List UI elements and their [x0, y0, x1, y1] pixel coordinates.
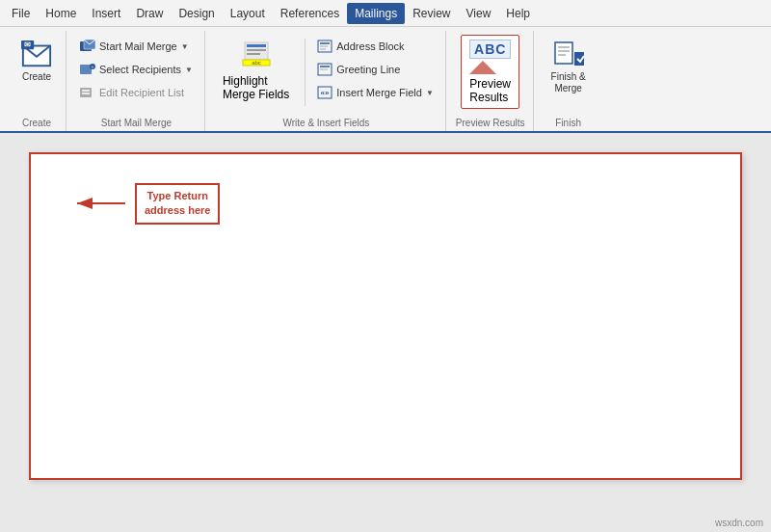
menu-review[interactable]: Review — [405, 3, 458, 24]
select-recipients-button[interactable]: + Select Recipients ▼ — [76, 60, 197, 79]
create-group-label: Create — [15, 115, 58, 131]
highlight-merge-fields-button[interactable]: abc HighlightMerge Fields — [215, 35, 297, 105]
ribbon-group-create: ✉ Create Create — [8, 31, 66, 131]
finish-merge-label: Finish &Merge — [551, 71, 586, 94]
svg-rect-27 — [555, 42, 572, 64]
start-merge-group-label: Start Mail Merge — [76, 115, 197, 131]
menu-insert[interactable]: Insert — [84, 3, 128, 24]
start-merge-dropdown-icon: ▼ — [181, 42, 189, 51]
preview-results-button[interactable]: ABC PreviewResults — [461, 35, 519, 109]
menu-mailings[interactable]: Mailings — [347, 3, 405, 24]
watermark: wsxdn.com — [715, 518, 763, 528]
ribbon-group-write-insert: abc HighlightMerge Fields — [207, 31, 446, 131]
edit-recipient-list-label: Edit Recipient List — [99, 87, 184, 98]
write-insert-group-label: Write & Insert Fields — [215, 115, 438, 131]
app-body: Type Return address here — [0, 133, 771, 532]
address-block-label: Address Block — [336, 40, 404, 52]
preview-group-label: Preview Results — [456, 115, 525, 131]
select-recipients-label: Select Recipients — [99, 64, 181, 75]
document-canvas[interactable]: Type Return address here — [29, 152, 742, 480]
menu-draw[interactable]: Draw — [128, 3, 171, 24]
finish-merge-icon — [553, 39, 584, 69]
menu-home[interactable]: Home — [38, 3, 84, 24]
envelope-icon: ✉ — [21, 39, 52, 69]
create-button[interactable]: ✉ Create — [15, 35, 58, 87]
ribbon-group-start-merge: Start Mail Merge ▼ + Select Recipients ▼ — [68, 31, 205, 131]
return-address-annotation: Type Return address here — [69, 183, 220, 225]
menu-bar: File Home Insert Draw Design Layout Refe… — [0, 0, 771, 27]
edit-recipient-list-button[interactable]: Edit Recipient List — [76, 83, 197, 102]
svg-rect-8 — [80, 88, 92, 97]
menu-file[interactable]: File — [4, 3, 38, 24]
svg-rect-13 — [247, 49, 266, 51]
start-merge-col: Start Mail Merge ▼ + Select Recipients ▼ — [76, 35, 197, 104]
start-mail-merge-button[interactable]: Start Mail Merge ▼ — [76, 37, 197, 56]
create-label: Create — [22, 71, 51, 83]
start-mail-merge-label: Start Mail Merge — [99, 40, 177, 52]
svg-text:abc: abc — [252, 60, 261, 66]
menu-references[interactable]: References — [273, 3, 347, 24]
abc-preview-icon: ABC — [469, 40, 511, 77]
annotation-arrow-icon — [69, 194, 127, 213]
svg-text:✉: ✉ — [24, 40, 31, 49]
select-recipients-dropdown-icon: ▼ — [185, 66, 193, 74]
address-block-button[interactable]: Address Block — [313, 37, 438, 56]
merge-envelopes-icon — [80, 39, 95, 54]
preview-results-label: PreviewResults — [469, 77, 511, 104]
greeting-line-label: Greeting Line — [336, 64, 400, 75]
insert-field-icon: «» — [317, 85, 332, 100]
svg-marker-26 — [469, 61, 496, 74]
menu-view[interactable]: View — [459, 3, 499, 24]
svg-rect-12 — [247, 44, 266, 47]
menu-design[interactable]: Design — [171, 3, 222, 24]
return-address-label: Type Return address here — [135, 183, 220, 225]
insert-merge-field-label: Insert Merge Field — [336, 87, 422, 98]
address-block-icon — [317, 39, 332, 54]
menu-layout[interactable]: Layout — [223, 3, 273, 24]
svg-text:«»: «» — [321, 89, 330, 97]
menu-help[interactable]: Help — [498, 3, 538, 24]
ribbon-group-preview: ABC PreviewResults Preview Results — [448, 31, 534, 131]
ribbon: ✉ Create Create Start — [0, 27, 771, 133]
select-recipients-icon: + — [80, 62, 95, 77]
highlight-merge-fields-label: HighlightMerge Fields — [223, 74, 289, 101]
highlight-icon: abc — [241, 39, 272, 72]
svg-rect-14 — [247, 53, 260, 55]
greeting-line-icon — [317, 62, 332, 77]
svg-text:+: + — [92, 64, 94, 69]
write-insert-col: Address Block Greeting Line — [313, 35, 438, 104]
ribbon-group-finish: Finish &Merge Finish — [536, 31, 601, 131]
insert-merge-field-button[interactable]: «» Insert Merge Field ▼ — [313, 83, 438, 102]
finish-merge-button[interactable]: Finish &Merge — [544, 35, 594, 98]
insert-field-dropdown-icon: ▼ — [426, 89, 434, 97]
edit-list-icon — [80, 85, 95, 100]
greeting-line-button[interactable]: Greeting Line — [313, 60, 438, 79]
finish-group-label: Finish — [544, 115, 594, 131]
